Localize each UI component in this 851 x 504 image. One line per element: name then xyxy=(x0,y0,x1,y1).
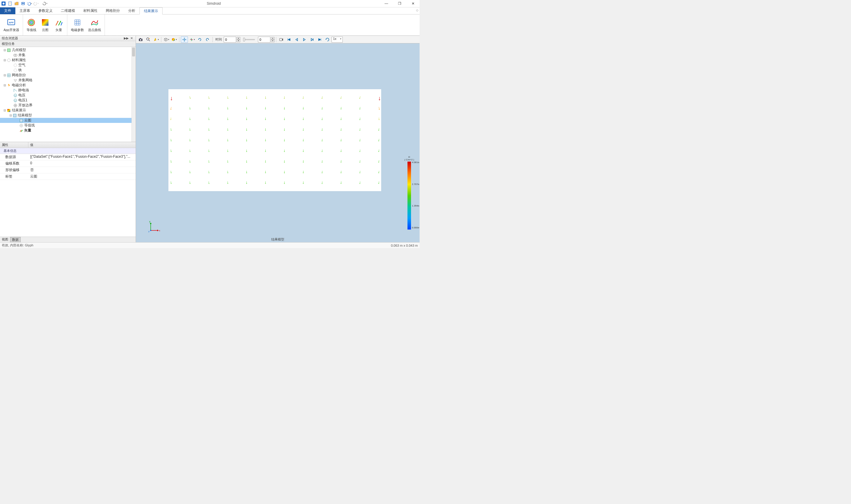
status-bar: 有效, 内部名称: Glyph 0.063 m x 0.043 m xyxy=(0,242,420,248)
cube-wire-icon[interactable]: ▾ xyxy=(163,36,170,43)
tree-results[interactable]: ⊟结果展示 xyxy=(0,108,135,113)
tree-contour[interactable]: 等值线 xyxy=(0,123,135,128)
svg-rect-38 xyxy=(140,38,141,39)
close-button[interactable]: ✕ xyxy=(406,0,420,7)
ribbon-em-params[interactable]: 电磁参数 xyxy=(70,17,85,33)
svg-rect-20 xyxy=(7,49,10,52)
tab-file[interactable]: 文件 xyxy=(0,7,15,14)
next-frame-icon[interactable] xyxy=(308,36,315,43)
tab-data[interactable]: 数据 xyxy=(10,237,21,242)
ribbon-point-curve[interactable]: 选点曲线 xyxy=(87,17,102,33)
minimize-button[interactable]: — xyxy=(380,0,393,7)
undo-icon[interactable]: ▾ xyxy=(26,1,33,6)
svg-point-47 xyxy=(150,230,151,231)
tree-electrostatic[interactable]: 静电场 xyxy=(0,88,135,93)
tab-analysis[interactable]: 分析 xyxy=(124,7,140,14)
tree-em-analysis[interactable]: ⊟电磁分析 xyxy=(0,83,135,88)
ribbon-collapse-icon[interactable]: ◇ xyxy=(416,8,418,12)
window-title: Simdroid xyxy=(48,1,380,6)
tree-union-mesh[interactable]: 并集网格 xyxy=(0,78,135,83)
tree-cloud[interactable]: 云图 xyxy=(0,118,135,123)
svg-rect-31 xyxy=(7,109,10,112)
zoom-icon[interactable] xyxy=(145,36,152,43)
record-icon[interactable] xyxy=(278,36,285,43)
ribbon-cloud[interactable]: 云图 xyxy=(39,17,51,33)
tree-vector[interactable]: 矢量 xyxy=(0,128,135,133)
maximize-button[interactable]: ❐ xyxy=(393,0,406,7)
svg-point-9 xyxy=(29,20,33,24)
tree-scrollbar[interactable] xyxy=(131,47,135,142)
fast-forward-icon[interactable]: ▶▶ xyxy=(123,36,129,40)
new-icon[interactable]: + xyxy=(7,1,13,6)
tree-geometry[interactable]: ⊟几何模型 xyxy=(0,48,135,53)
rotate-cw-icon[interactable] xyxy=(204,36,211,43)
rotate-ccw-icon[interactable] xyxy=(196,36,203,43)
svg-rect-11 xyxy=(42,19,49,26)
time-end-spinner[interactable]: ▲▼ xyxy=(271,37,274,42)
tree-open-boundary[interactable]: 开放边界 xyxy=(0,103,135,108)
open-icon[interactable] xyxy=(14,1,19,6)
prev-frame-icon[interactable] xyxy=(293,36,300,43)
tree-mesh[interactable]: ⊟网格剖分 xyxy=(0,73,135,78)
svg-text:+: + xyxy=(10,2,11,4)
tab-home[interactable]: 主屏幕 xyxy=(15,7,34,14)
svg-point-24 xyxy=(14,64,17,67)
highlight-icon[interactable]: ▾ xyxy=(152,36,160,43)
first-frame-icon[interactable] xyxy=(286,36,292,43)
properties-panel: 属性 值 基本信息 数据源[{"DataSet":["Fusion-Face1"… xyxy=(0,142,135,242)
tab-view[interactable]: 视图 xyxy=(0,237,10,242)
app-icon[interactable] xyxy=(1,1,6,6)
ribbon-vector[interactable]: 矢量 xyxy=(53,17,65,33)
play-icon[interactable] xyxy=(301,36,308,43)
redo-icon[interactable]: ▾ xyxy=(33,1,39,6)
tab-params[interactable]: 参数定义 xyxy=(34,7,57,14)
tree-materials[interactable]: ⊟材料属性 xyxy=(0,58,135,62)
tree-union[interactable]: 并集 xyxy=(0,53,135,58)
props-header-value: 值 xyxy=(29,142,35,148)
title-bar: + ▾ ▾ ▾ Simdroid — ❐ ✕ xyxy=(0,0,420,7)
grid-icon xyxy=(73,18,82,27)
tree-voltage1[interactable]: U电压1 xyxy=(0,98,135,103)
panel-close-icon[interactable]: ✕ xyxy=(129,36,134,40)
speed-select[interactable]: 1x xyxy=(331,37,343,42)
tab-materials[interactable]: 材料属性 xyxy=(79,7,102,14)
canvas[interactable]: ↓↓↓↓↓↓↓↓↓↓↓↓↓↓↓↓↓↓↓↓↓↓↓↓↓↓↓↓↓↓↓↓↓↓↓↓↓↓↓↓… xyxy=(136,43,420,242)
colorbar-unit: ( C/m^2 ) xyxy=(404,158,414,161)
prop-data-source[interactable]: 数据源[{"DataSet":["Fusion-Face1","Fusion-F… xyxy=(0,154,135,160)
ribbon-contour[interactable]: 等值线 xyxy=(25,17,38,33)
props-header: 属性 值 xyxy=(0,142,135,148)
left-panel: 组合浏览器 ▶▶ ✕ 模型任务 ⊟几何模型 并集 ⊟材料属性 空气 铁 ⊟网格剖… xyxy=(0,36,136,242)
cube-color-icon[interactable]: ▾ xyxy=(170,36,178,43)
svg-point-39 xyxy=(147,38,149,40)
tab-mesh[interactable]: 网格剖分 xyxy=(102,7,124,14)
time-slider[interactable] xyxy=(243,39,255,40)
svg-point-23 xyxy=(7,59,10,62)
time-start-spinner[interactable]: ▲▼ xyxy=(237,37,240,42)
prop-shape-offset[interactable]: 形状偏移否 xyxy=(0,167,135,174)
tab-2d-model[interactable]: 二维建模 xyxy=(57,7,79,14)
tree-air[interactable]: 空气 xyxy=(0,62,135,68)
tab-results[interactable]: 结果展示 xyxy=(140,7,163,15)
tree-result-model[interactable]: ⊟结果模型 xyxy=(0,113,135,118)
ribbon-app-dev[interactable]: APP App开发器 xyxy=(2,17,20,33)
svg-text:z: z xyxy=(148,230,149,233)
model-tree[interactable]: ⊟几何模型 并集 ⊟材料属性 空气 铁 ⊟网格剖分 并集网格 ⊟电磁分析 静电场… xyxy=(0,47,135,142)
save-icon[interactable] xyxy=(20,1,26,6)
time-start-input[interactable] xyxy=(224,37,236,42)
colorbar-ticks: 4.061e-09 2.707e-09 1.354e-09 0.000e+00 xyxy=(412,161,420,229)
svg-rect-5 xyxy=(22,2,24,3)
time-end-input[interactable] xyxy=(258,37,270,42)
refresh-icon[interactable]: ▾ xyxy=(42,1,48,6)
prop-offset-factor[interactable]: 偏移系数0 xyxy=(0,160,135,167)
tree-iron[interactable]: 铁 xyxy=(0,68,135,73)
move-icon[interactable] xyxy=(181,36,188,43)
tree-voltage[interactable]: U电压 xyxy=(0,93,135,98)
loop-icon[interactable] xyxy=(324,36,331,43)
status-left: 有效, 内部名称: Glyph xyxy=(2,243,33,248)
axis-rotate-icon[interactable]: ▾ xyxy=(188,36,196,43)
last-frame-icon[interactable] xyxy=(316,36,323,43)
vector-icon xyxy=(54,18,64,27)
camera-icon[interactable] xyxy=(137,36,144,43)
prop-label[interactable]: 标签云图 xyxy=(0,174,135,180)
colorbar: D ( C/m^2 ) 4.061e-09 2.707e-09 1.354e-0… xyxy=(402,156,417,230)
